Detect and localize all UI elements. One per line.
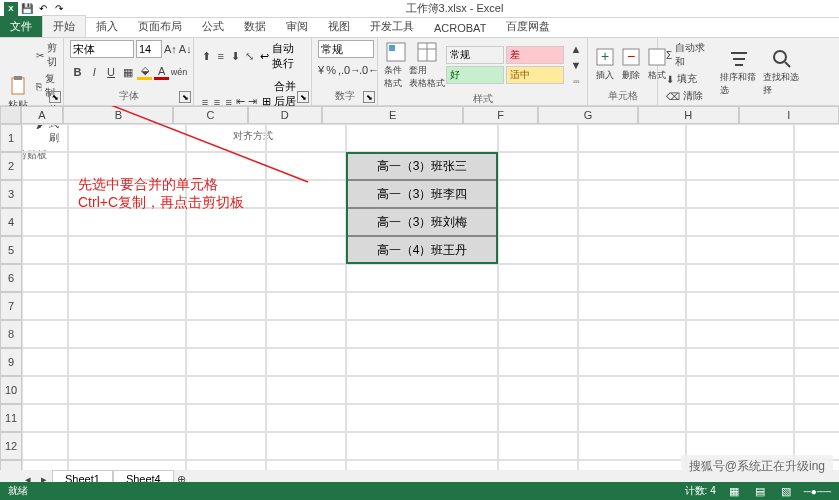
cell-H2[interactable]: [686, 152, 794, 180]
style-scroll-up-icon[interactable]: ▲: [568, 41, 584, 57]
dec-decimal-icon[interactable]: .0←: [361, 62, 377, 78]
data-cell[interactable]: 高一（4）班王丹: [346, 236, 498, 264]
cell-E9[interactable]: [346, 348, 498, 376]
cell-B3[interactable]: [68, 180, 186, 208]
increase-font-icon[interactable]: A↑: [164, 41, 177, 57]
tab-home[interactable]: 开始: [42, 15, 86, 37]
cell-G3[interactable]: [578, 180, 686, 208]
wrap-button[interactable]: ↩自动换行: [258, 40, 305, 72]
cell-G11[interactable]: [578, 404, 686, 432]
cell-F5[interactable]: [498, 236, 578, 264]
cell-B4[interactable]: [68, 208, 186, 236]
cell-A12[interactable]: [22, 432, 68, 460]
cell-C7[interactable]: [186, 292, 266, 320]
cell-I9[interactable]: [794, 348, 839, 376]
cell-F3[interactable]: [498, 180, 578, 208]
row-header-2[interactable]: 2: [0, 152, 22, 180]
view-break-icon[interactable]: ▧: [778, 483, 794, 499]
tab-data[interactable]: 数据: [234, 16, 276, 37]
cell-F7[interactable]: [498, 292, 578, 320]
cell-C5[interactable]: [186, 236, 266, 264]
row-header-5[interactable]: 5: [0, 236, 22, 264]
table-format-button[interactable]: 套用 表格格式: [412, 40, 442, 90]
cell-E8[interactable]: [346, 320, 498, 348]
cell-F9[interactable]: [498, 348, 578, 376]
find-select-button[interactable]: 查找和选择: [763, 40, 802, 104]
align-launcher[interactable]: ⬊: [297, 91, 309, 103]
cell-B10[interactable]: [68, 376, 186, 404]
select-all-corner[interactable]: [0, 106, 21, 124]
tab-acrobat[interactable]: ACROBAT: [424, 19, 496, 37]
redo-icon[interactable]: ↷: [52, 2, 66, 16]
cell-I11[interactable]: [794, 404, 839, 432]
cell-H3[interactable]: [686, 180, 794, 208]
style-normal[interactable]: 常规: [446, 46, 504, 64]
cell-C6[interactable]: [186, 264, 266, 292]
cell-B11[interactable]: [68, 404, 186, 432]
cell-G9[interactable]: [578, 348, 686, 376]
cell-I1[interactable]: [794, 124, 839, 152]
cell-D3[interactable]: [266, 180, 346, 208]
cell-C9[interactable]: [186, 348, 266, 376]
cell-C12[interactable]: [186, 432, 266, 460]
view-normal-icon[interactable]: ▦: [726, 483, 742, 499]
save-icon[interactable]: 💾: [20, 2, 34, 16]
cell-E12[interactable]: [346, 432, 498, 460]
cell-A2[interactable]: [22, 152, 68, 180]
cell-A9[interactable]: [22, 348, 68, 376]
cell-H5[interactable]: [686, 236, 794, 264]
style-scroll-down-icon[interactable]: ▼: [568, 57, 584, 73]
align-top-icon[interactable]: ⬆: [200, 48, 212, 64]
cell-F10[interactable]: [498, 376, 578, 404]
cell-B7[interactable]: [68, 292, 186, 320]
cell-D2[interactable]: [266, 152, 346, 180]
cell-E6[interactable]: [346, 264, 498, 292]
cell-G4[interactable]: [578, 208, 686, 236]
insert-cells-button[interactable]: +插入: [594, 40, 616, 87]
percent-icon[interactable]: %: [326, 62, 336, 78]
font-launcher[interactable]: ⬊: [179, 91, 191, 103]
tab-insert[interactable]: 插入: [86, 16, 128, 37]
font-color-button[interactable]: A: [154, 64, 169, 80]
cell-D11[interactable]: [266, 404, 346, 432]
cell-B8[interactable]: [68, 320, 186, 348]
row-header-7[interactable]: 7: [0, 292, 22, 320]
col-header-G[interactable]: G: [538, 106, 638, 124]
data-cell[interactable]: 高一（3）班张三: [346, 152, 498, 180]
cell-C1[interactable]: [186, 124, 266, 152]
cell-C10[interactable]: [186, 376, 266, 404]
col-header-E[interactable]: E: [322, 106, 463, 124]
row-header-4[interactable]: 4: [0, 208, 22, 236]
cell-G2[interactable]: [578, 152, 686, 180]
style-bad[interactable]: 差: [506, 46, 564, 64]
cond-format-button[interactable]: 条件格式: [384, 40, 408, 90]
cell-E7[interactable]: [346, 292, 498, 320]
cell-C8[interactable]: [186, 320, 266, 348]
cell-D7[interactable]: [266, 292, 346, 320]
col-header-C[interactable]: C: [173, 106, 247, 124]
cell-I3[interactable]: [794, 180, 839, 208]
font-size-select[interactable]: [136, 40, 162, 58]
cell-F2[interactable]: [498, 152, 578, 180]
cell-H1[interactable]: [686, 124, 794, 152]
align-mid-icon[interactable]: ≡: [214, 48, 226, 64]
cell-G10[interactable]: [578, 376, 686, 404]
row-header-8[interactable]: 8: [0, 320, 22, 348]
cell-D6[interactable]: [266, 264, 346, 292]
col-header-I[interactable]: I: [739, 106, 839, 124]
row-header-12[interactable]: 12: [0, 432, 22, 460]
bold-button[interactable]: B: [70, 64, 85, 80]
cell-D4[interactable]: [266, 208, 346, 236]
cell-B5[interactable]: [68, 236, 186, 264]
cell-H8[interactable]: [686, 320, 794, 348]
cell-I10[interactable]: [794, 376, 839, 404]
tab-review[interactable]: 审阅: [276, 16, 318, 37]
col-header-A[interactable]: A: [21, 106, 64, 124]
cell-F1[interactable]: [498, 124, 578, 152]
zoom-slider[interactable]: ─●──: [804, 486, 831, 497]
cell-H7[interactable]: [686, 292, 794, 320]
cell-A4[interactable]: [22, 208, 68, 236]
cell-C4[interactable]: [186, 208, 266, 236]
cell-G12[interactable]: [578, 432, 686, 460]
data-cell[interactable]: 高一（3）班刘梅: [346, 208, 498, 236]
